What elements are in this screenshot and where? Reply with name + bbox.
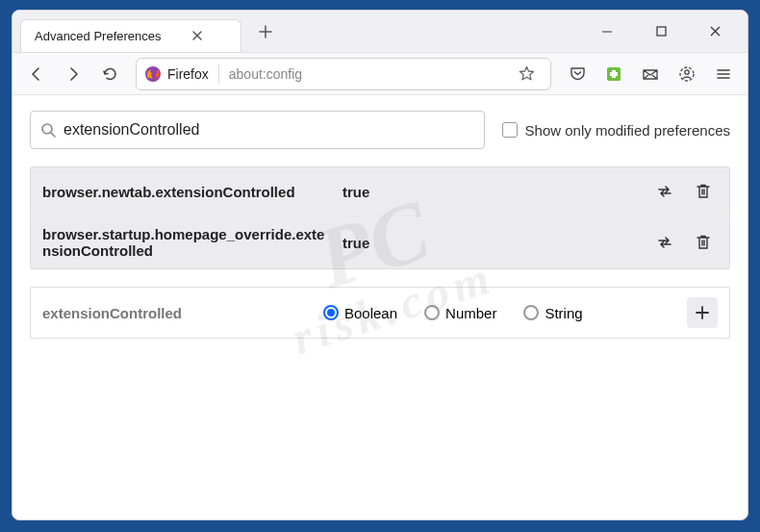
- search-row: Show only modified preferences: [30, 111, 730, 149]
- about-config-content: Show only modified preferences browser.n…: [13, 95, 747, 519]
- radio-icon: [424, 305, 440, 320]
- radio-icon: [323, 305, 339, 320]
- toggle-icon[interactable]: [650, 228, 679, 257]
- show-modified-checkbox-wrap[interactable]: Show only modified preferences: [502, 122, 730, 139]
- navigation-toolbar: Firefox about:config: [13, 53, 747, 95]
- divider: [218, 64, 219, 84]
- radio-label: String: [545, 305, 582, 321]
- radio-label: Number: [445, 305, 496, 321]
- extension-icon[interactable]: [597, 58, 630, 90]
- forward-button[interactable]: [57, 58, 89, 90]
- show-modified-label: Show only modified preferences: [525, 122, 730, 139]
- menu-button[interactable]: [707, 58, 740, 90]
- delete-icon[interactable]: [689, 177, 718, 206]
- pref-name: browser.startup.homepage_override.extens…: [42, 226, 331, 259]
- svg-rect-0: [657, 27, 666, 36]
- mail-icon[interactable]: [634, 58, 667, 90]
- reload-button[interactable]: [93, 58, 126, 90]
- add-button[interactable]: [687, 297, 718, 328]
- pref-value: true: [342, 235, 639, 251]
- new-tab-button[interactable]: [251, 17, 280, 46]
- window-controls: [590, 17, 732, 46]
- search-box[interactable]: [30, 111, 485, 149]
- table-row[interactable]: browser.newtab.extensionControlled true: [31, 167, 729, 216]
- radio-boolean[interactable]: Boolean: [323, 305, 397, 321]
- table-row[interactable]: browser.startup.homepage_override.extens…: [31, 216, 729, 268]
- bookmark-star-icon[interactable]: [510, 58, 543, 90]
- radio-label: Boolean: [344, 305, 397, 321]
- tab-title: Advanced Preferences: [35, 29, 162, 43]
- radio-icon: [523, 305, 539, 320]
- firefox-icon: [144, 65, 162, 83]
- radio-number[interactable]: Number: [424, 305, 496, 321]
- search-icon: [40, 122, 56, 138]
- identity-label: Firefox: [167, 66, 209, 82]
- add-pref-name: extensionControlled: [42, 305, 312, 321]
- pref-name: browser.newtab.extensionControlled: [42, 184, 331, 200]
- url-bar[interactable]: Firefox about:config: [136, 58, 551, 90]
- type-radio-group: Boolean Number String: [323, 305, 675, 321]
- tab-advanced-preferences[interactable]: Advanced Preferences: [20, 19, 241, 52]
- svg-rect-4: [610, 72, 618, 76]
- url-text: about:config: [229, 66, 302, 82]
- pocket-icon[interactable]: [561, 58, 594, 90]
- account-icon[interactable]: [671, 58, 703, 90]
- close-window-button[interactable]: [697, 17, 732, 46]
- svg-point-6: [685, 69, 689, 73]
- pref-value: true: [342, 184, 639, 200]
- titlebar: Advanced Preferences: [13, 11, 747, 53]
- checkbox[interactable]: [502, 122, 518, 138]
- add-preference-row: extensionControlled Boolean Number Strin…: [30, 287, 730, 339]
- browser-window: Advanced Preferences: [12, 10, 748, 520]
- delete-icon[interactable]: [689, 228, 718, 257]
- close-icon[interactable]: [189, 27, 206, 44]
- search-input[interactable]: [63, 121, 474, 139]
- back-button[interactable]: [20, 58, 53, 90]
- maximize-button[interactable]: [644, 17, 678, 46]
- minimize-button[interactable]: [590, 17, 624, 46]
- radio-string[interactable]: String: [523, 305, 582, 321]
- toggle-icon[interactable]: [650, 177, 679, 206]
- preferences-table: browser.newtab.extensionControlled true …: [30, 166, 730, 269]
